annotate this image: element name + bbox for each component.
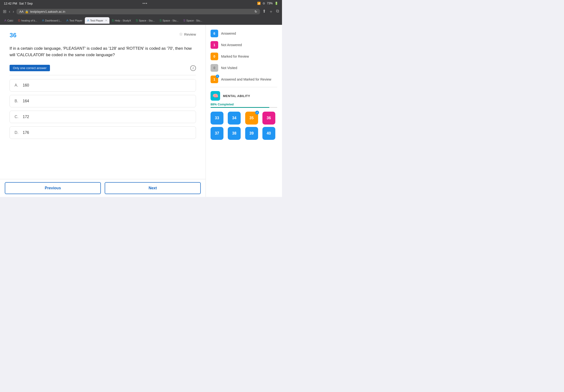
question-btn-39[interactable]: 39: [245, 127, 258, 140]
battery: 73%: [267, 2, 273, 5]
star-icon: ☆: [179, 31, 183, 37]
section-title: MENTAL ABILITY: [223, 94, 250, 98]
tab-label-dashboard: Dashboard |...: [45, 19, 62, 22]
text-size-label: AA: [19, 10, 23, 13]
back-button[interactable]: ‹: [9, 9, 10, 14]
time: 12:42 PM: [4, 2, 17, 5]
tab-space1[interactable]: S Space - Stu...: [133, 17, 157, 24]
refresh-icon[interactable]: ↻: [255, 10, 257, 13]
content-area: 36 ☆ Review If in a certain code languag…: [0, 25, 206, 179]
tab-label-space3: Space - Stu...: [186, 19, 202, 22]
option-d-label: D.: [14, 130, 19, 135]
new-tab-icon[interactable]: ＋: [269, 9, 273, 14]
left-panel: 36 ☆ Review If in a certain code languag…: [0, 25, 206, 197]
url-text: testplayerv1.aakash.ac.in: [30, 10, 65, 13]
signal-icon: ⊙: [263, 2, 265, 5]
badge-answered-marked: 1 ✓: [210, 76, 218, 83]
section-header: 🧠 MENTAL ABILITY: [210, 91, 277, 101]
share-icon[interactable]: ⬆: [262, 9, 266, 14]
question-btn-34[interactable]: 34: [228, 112, 241, 125]
tab-calci[interactable]: A Calci: [2, 17, 15, 24]
tabs-bar: A Calci G heating of b... A Dashboard |.…: [0, 16, 282, 25]
option-b-label: B.: [14, 99, 19, 103]
completion-bar-bg: [210, 107, 277, 108]
status-bar: 12:42 PM Sat 7 Sep 📶 ⊙ 73% 🔋: [0, 0, 282, 7]
tab-heating[interactable]: G heating of b...: [15, 17, 40, 24]
info-icon[interactable]: i: [190, 65, 196, 71]
options-divider: [10, 75, 196, 75]
previous-button[interactable]: Previous: [5, 182, 101, 194]
review-button[interactable]: ☆ Review: [179, 31, 196, 37]
question-text: If in a certain code language, 'PLEASANT…: [10, 45, 196, 58]
date: Sat 7 Sep: [19, 2, 33, 5]
question-btn-38[interactable]: 38: [228, 127, 241, 140]
address-bar[interactable]: AA 🔒 testplayerv1.aakash.ac.in ↻: [16, 9, 260, 14]
next-button[interactable]: Next: [105, 182, 201, 194]
tab-label-calci: Calci: [7, 19, 13, 22]
badge-answered: 6: [210, 30, 218, 37]
option-b-value: 164: [23, 99, 29, 103]
browser-chrome: ⊞ ‹ › AA 🔒 testplayerv1.aakash.ac.in ↻ ⬆…: [0, 7, 282, 16]
tab-dashboard[interactable]: A Dashboard |...: [40, 17, 64, 24]
tab-icon-testplayer-active: A: [87, 19, 89, 22]
forward-button[interactable]: ›: [13, 9, 14, 14]
tab-testplayer-active[interactable]: A Test Player ✕: [85, 17, 110, 24]
legend-answered: 6 Answered: [210, 30, 277, 37]
option-a-value: 160: [23, 83, 29, 87]
tabs-icon[interactable]: ⧉: [276, 9, 279, 14]
question-btn-40[interactable]: 40: [262, 127, 275, 140]
option-b[interactable]: B. 164: [10, 95, 196, 107]
option-d-value: 176: [23, 130, 29, 135]
tab-close-icon[interactable]: ✕: [105, 19, 107, 22]
option-c[interactable]: C. 172: [10, 111, 196, 123]
legend-not-visited-label: Not Visited: [221, 66, 237, 70]
sidebar-toggle-icon[interactable]: ⊞: [3, 9, 6, 14]
tab-icon-helpstudyx: S: [112, 19, 114, 22]
tab-label-helpstudyx: Help - StudyX: [115, 19, 131, 22]
review-label: Review: [184, 32, 196, 36]
tab-label-testplayer-active: Test Player: [90, 19, 103, 22]
sidebar: 6 Answered 1 Not Answered 0 Marked for R…: [206, 25, 282, 197]
legend-not-answered: 1 Not Answered: [210, 41, 277, 49]
legend-answered-marked: 1 ✓ Answered and Marked for Review: [210, 76, 277, 83]
tab-label-heating: heating of b...: [21, 19, 37, 22]
question-35-check-icon: ✓: [255, 111, 259, 114]
tab-icon-calci: A: [4, 19, 6, 22]
option-d[interactable]: D. 176: [10, 126, 196, 139]
answer-type-row: Only one correct answer i: [10, 65, 196, 71]
question-btn-36[interactable]: 36: [262, 112, 275, 125]
question-btn-33[interactable]: 33: [210, 112, 223, 125]
wifi-icon: 📶: [257, 2, 261, 5]
badge-marked: 0: [210, 53, 218, 60]
option-a[interactable]: A. 160: [10, 79, 196, 92]
tab-label-space1: Space - Stu...: [139, 19, 155, 22]
legend-marked: 0 Marked for Review: [210, 53, 277, 60]
question-btn-37[interactable]: 37: [210, 127, 223, 140]
tab-icon-testplayer1: A: [67, 19, 69, 22]
tab-space2[interactable]: S Space - Stu...: [157, 17, 181, 24]
completion-bar-fill: [210, 107, 269, 108]
tab-testplayer1[interactable]: A Test Player: [64, 17, 85, 24]
section-icon: 🧠: [210, 91, 220, 101]
badge-not-answered: 1: [210, 41, 218, 49]
answer-type-badge: Only one correct answer: [10, 65, 50, 71]
question-btn-35[interactable]: 35 ✓: [245, 112, 258, 125]
lock-icon: 🔒: [25, 10, 29, 13]
option-c-value: 172: [23, 115, 29, 119]
main-layout: 36 ☆ Review If in a certain code languag…: [0, 25, 282, 197]
legend-answered-label: Answered: [221, 31, 236, 35]
badge-not-visited: 0: [210, 64, 218, 72]
bottom-nav: Previous Next: [0, 179, 206, 197]
question-number: 36: [10, 31, 16, 39]
sidebar-divider-1: [210, 87, 277, 87]
question-grid: 33 34 35 ✓ 36 37 38 39 40: [210, 112, 277, 140]
legend-answered-marked-label: Answered and Marked for Review: [221, 77, 271, 81]
tab-space3[interactable]: S Space - Stu...: [181, 17, 205, 24]
tab-label-space2: Space - Stu...: [163, 19, 179, 22]
battery-icon: 🔋: [275, 2, 278, 5]
tab-icon-space3: S: [183, 19, 185, 22]
tab-icon-space1: S: [136, 19, 138, 22]
question-header: 36 ☆ Review: [10, 31, 196, 40]
tab-helpstudyx[interactable]: S Help - StudyX: [110, 17, 134, 24]
tab-icon-heating: G: [18, 19, 20, 22]
